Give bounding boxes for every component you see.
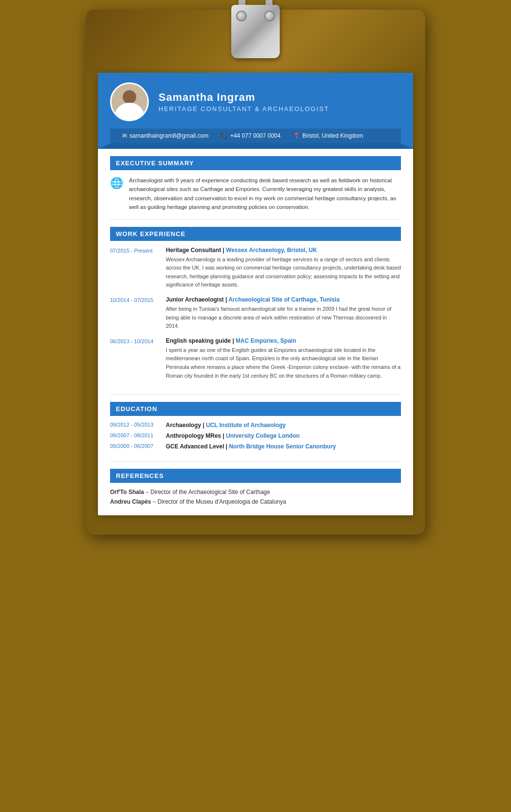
exp-date-3: 06/2013 - 10/2014 [110, 337, 159, 380]
avatar [110, 82, 149, 121]
edu-school-3: North Bridge House Senior Canonbury [229, 443, 336, 450]
ribbon-right-arrow [399, 143, 413, 149]
email-icon: ✉ [122, 132, 127, 139]
clip-screw-left [236, 11, 247, 21]
exp-title-1: Heritage Consultant | Wessex Archaeology… [166, 247, 401, 254]
contact-phone: 📞 +44 077 0007 0004 [221, 132, 281, 139]
work-experience-header: WORK EXPERIENCE [110, 227, 401, 241]
contact-email: ✉ samanthaingram8@gmail.com [122, 132, 208, 139]
edu-date-2: 09/2007 - 08/2011 [110, 432, 159, 439]
experience-item-3: 06/2013 - 10/2014 English speaking guide… [110, 337, 401, 380]
contact-location: 📍 Bristol, United Kingdom [293, 132, 363, 139]
clip-screw-right [264, 11, 275, 21]
exp-details-3: English speaking guide | MAC Empúries, S… [166, 337, 401, 380]
clipboard: Samantha Ingram Heritage Consultant & Ar… [86, 10, 425, 535]
exp-desc-1: Wessex Archaeology is a leading provider… [166, 255, 401, 289]
edu-date-3: 09/2000 - 06/2007 [110, 443, 159, 450]
header-contact: ✉ samanthaingram8@gmail.com 📞 +44 077 00… [110, 128, 401, 143]
experience-item-1: 07/2015 - Present Heritage Consultant | … [110, 247, 401, 289]
person-name: Samantha Ingram [159, 91, 329, 104]
edu-date-1: 09/2012 - 05/2013 [110, 422, 159, 429]
exp-details-1: Heritage Consultant | Wessex Archaeology… [166, 247, 401, 289]
work-experience-section: WORK EXPERIENCE 07/2015 - Present Herita… [98, 220, 413, 395]
ref-role-1: Director of the Archaeological Site of C… [150, 489, 270, 495]
exp-company-2: Archaeological Site of Carthage, Tunisia [228, 296, 339, 303]
executive-summary-section: EXECUTIVE SUMMARY 🌐 Archaeologist with 9… [98, 149, 413, 219]
header-info: Samantha Ingram Heritage Consultant & Ar… [159, 91, 329, 112]
avatar-head [123, 90, 136, 104]
ribbon-bar [98, 143, 413, 149]
location-text: Bristol, United Kingdom [303, 132, 363, 139]
education-header: EDUCATION [110, 402, 401, 416]
exp-company-1: Wessex Archaeology, Bristol, UK [226, 247, 317, 254]
ref-role-2: Director of the Museu d'Arqueologia de C… [158, 498, 286, 505]
reference-item-2: Andreu Clapés – Director of the Museu d'… [110, 498, 401, 505]
header-top: Samantha Ingram Heritage Consultant & Ar… [110, 82, 401, 128]
exp-desc-2: After being in Tunisia's famoust archaeo… [166, 305, 401, 331]
executive-summary-header: EXECUTIVE SUMMARY [110, 156, 401, 170]
exp-desc-3: I spent a year as one of the English gui… [166, 346, 401, 380]
education-section: EDUCATION 09/2012 - 05/2013 Archaeology … [98, 395, 413, 461]
clipboard-top [86, 10, 425, 73]
edu-item-1: 09/2012 - 05/2013 Archaeology | UCL Inst… [110, 422, 401, 429]
edu-details-2: Anthropology MRes | University College L… [166, 432, 300, 439]
globe-icon: 🌐 [110, 177, 123, 190]
exp-title-2: Junior Archaeologist | Archaeological Si… [166, 296, 401, 303]
edu-item-2: 09/2007 - 08/2011 Anthropology MRes | Un… [110, 432, 401, 439]
references-header: REFERENCES [110, 469, 401, 483]
person-title: Heritage Consultant & Archaeologist [159, 105, 329, 112]
exp-details-2: Junior Archaeologist | Archaeological Si… [166, 296, 401, 331]
ref-name-2: Andreu Clapés [110, 498, 151, 505]
reference-item-1: Orf'To Shala – Director of the Archaeolo… [110, 489, 401, 495]
location-icon: 📍 [293, 132, 300, 139]
phone-icon: 📞 [221, 132, 228, 139]
edu-school-1: UCL Institute of Archaeology [206, 422, 286, 429]
email-text: samanthaingram8@gmail.com [129, 132, 208, 139]
phone-text: +44 077 0007 0004 [230, 132, 281, 139]
summary-content: 🌐 Archaeologist with 9 years of experien… [110, 176, 401, 212]
experience-item-2: 10/2014 - 07/2015 Junior Archaeologist |… [110, 296, 401, 331]
references-section: REFERENCES Orf'To Shala – Director of th… [98, 462, 413, 515]
exp-title-3: English speaking guide | MAC Empúries, S… [166, 337, 401, 344]
clip-body [231, 5, 280, 58]
clip-screws [231, 5, 280, 27]
clipboard-clip [226, 5, 285, 73]
exp-date-2: 10/2014 - 07/2015 [110, 296, 159, 331]
exp-date-1: 07/2015 - Present [110, 247, 159, 289]
avatar-shoulder [114, 103, 144, 120]
ribbon-left-arrow [98, 143, 112, 149]
resume-header: Samantha Ingram Heritage Consultant & Ar… [98, 73, 413, 143]
summary-text: Archaeologist with 9 years of experience… [129, 176, 401, 212]
edu-item-3: 09/2000 - 06/2007 GCE Advanced Level | N… [110, 443, 401, 450]
exp-company-3: MAC Empúries, Spain [236, 337, 296, 344]
ref-name-1: Orf'To Shala [110, 489, 144, 495]
edu-details-1: Archaeology | UCL Institute of Archaeolo… [166, 422, 286, 429]
edu-details-3: GCE Advanced Level | North Bridge House … [166, 443, 336, 450]
edu-school-2: University College London [226, 432, 300, 439]
resume-paper: Samantha Ingram Heritage Consultant & Ar… [98, 73, 413, 515]
